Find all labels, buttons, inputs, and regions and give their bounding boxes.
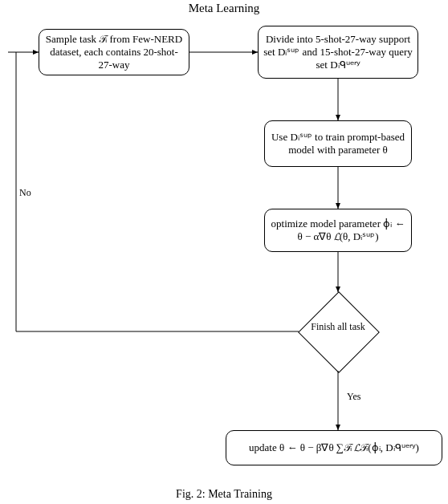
edge-label-no: No <box>19 187 31 199</box>
node-divide: Divide into 5-shot-27-way support set Dᵢ… <box>258 26 418 79</box>
figure-caption: Fig. 2: Meta Training <box>0 488 448 501</box>
node-sample-task-text: Sample task 𝒯ᵢ from Few-NERD dataset, ea… <box>44 33 184 72</box>
node-sample-task: Sample task 𝒯ᵢ from Few-NERD dataset, ea… <box>39 29 189 75</box>
node-update: update θ ← θ − β∇θ ∑𝒯ᵢ 𝓛𝒯ᵢ(ϕᵢ, Dᵢᑫᵘᵉʳʸ) <box>226 430 442 465</box>
node-divide-text: Divide into 5-shot-27-way support set Dᵢ… <box>263 33 413 72</box>
node-train: Use Dᵢˢᵘᵖ to train prompt-based model wi… <box>264 120 412 167</box>
node-optimize-text: optimize model parameter ϕᵢ ← θ − α∇θ 𝓛(… <box>270 217 406 244</box>
node-train-text: Use Dᵢˢᵘᵖ to train prompt-based model wi… <box>270 131 406 157</box>
node-update-text: update θ ← θ − β∇θ ∑𝒯ᵢ 𝓛𝒯ᵢ(ϕᵢ, Dᵢᑫᵘᵉʳʸ) <box>249 441 419 454</box>
node-decision-text: Finish all task <box>298 321 378 332</box>
edge-label-yes: Yes <box>347 391 360 403</box>
diagram-title: Meta Learning <box>0 2 448 15</box>
node-optimize: optimize model parameter ϕᵢ ← θ − α∇θ 𝓛(… <box>264 209 412 252</box>
